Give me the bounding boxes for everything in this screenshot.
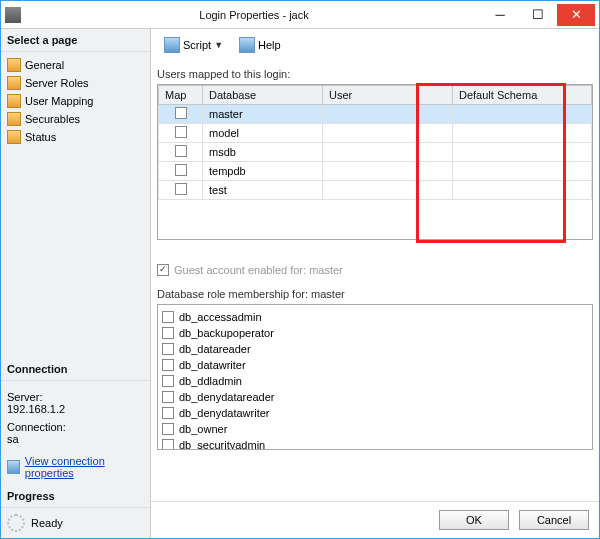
db-cell[interactable]: tempdb (203, 162, 323, 181)
role-name: db_backupoperator (179, 327, 274, 339)
connection-head: Connection (1, 358, 150, 381)
schema-cell[interactable] (453, 143, 592, 162)
connection-label: Connection: (7, 421, 144, 433)
col-map[interactable]: Map (159, 86, 203, 105)
table-row[interactable]: tempdb (159, 162, 592, 181)
role-checkbox[interactable] (162, 391, 174, 403)
mapping-grid: Map Database User Default Schema masterm… (157, 84, 593, 240)
col-schema[interactable]: Default Schema (453, 86, 592, 105)
role-item[interactable]: db_datareader (162, 341, 588, 357)
role-checkbox[interactable] (162, 311, 174, 323)
role-item[interactable]: db_datawriter (162, 357, 588, 373)
table-row[interactable]: model (159, 124, 592, 143)
properties-icon (7, 460, 20, 474)
map-checkbox[interactable] (175, 145, 187, 157)
db-cell[interactable]: test (203, 181, 323, 200)
server-value: 192.168.1.2 (7, 403, 144, 415)
guest-label: Guest account enabled for: master (174, 264, 343, 276)
server-label: Server: (7, 391, 144, 403)
roles-label: Database role membership for: master (157, 288, 593, 300)
role-item[interactable]: db_ddladmin (162, 373, 588, 389)
role-item[interactable]: db_denydatareader (162, 389, 588, 405)
page-list: General Server Roles User Mapping Secura… (1, 52, 150, 150)
sidebar-item-general[interactable]: General (3, 56, 148, 74)
role-name: db_datawriter (179, 359, 246, 371)
toolbar: Script ▼ Help (151, 29, 599, 62)
role-checkbox[interactable] (162, 375, 174, 387)
role-item[interactable]: db_owner (162, 421, 588, 437)
role-item[interactable]: db_backupoperator (162, 325, 588, 341)
chevron-down-icon: ▼ (214, 40, 223, 50)
titlebar: Login Properties - jack ─ ☐ ✕ (1, 1, 599, 29)
role-checkbox[interactable] (162, 439, 174, 450)
maximize-button[interactable]: ☐ (519, 4, 557, 26)
db-cell[interactable]: master (203, 105, 323, 124)
roles-list: db_accessadmindb_backupoperatordb_datare… (157, 304, 593, 450)
close-button[interactable]: ✕ (557, 4, 595, 26)
table-row[interactable]: msdb (159, 143, 592, 162)
page-icon (7, 94, 21, 108)
view-connection-link[interactable]: View connection properties (25, 455, 144, 479)
table-row[interactable]: master (159, 105, 592, 124)
user-cell[interactable] (323, 181, 453, 200)
page-icon (7, 130, 21, 144)
schema-cell[interactable] (453, 181, 592, 200)
role-name: db_datareader (179, 343, 251, 355)
role-checkbox[interactable] (162, 359, 174, 371)
role-name: db_owner (179, 423, 227, 435)
page-icon (7, 58, 21, 72)
page-label: General (25, 59, 64, 71)
page-icon (7, 76, 21, 90)
sidebar-item-securables[interactable]: Securables (3, 110, 148, 128)
map-checkbox[interactable] (175, 164, 187, 176)
map-checkbox[interactable] (175, 107, 187, 119)
sidebar-item-user-mapping[interactable]: User Mapping (3, 92, 148, 110)
help-icon (239, 37, 255, 53)
role-item[interactable]: db_denydatawriter (162, 405, 588, 421)
help-label: Help (258, 39, 281, 51)
page-label: Status (25, 131, 56, 143)
role-checkbox[interactable] (162, 343, 174, 355)
schema-cell[interactable] (453, 105, 592, 124)
cancel-button[interactable]: Cancel (519, 510, 589, 530)
spinner-icon (7, 514, 25, 532)
role-name: db_denydatareader (179, 391, 274, 403)
db-cell[interactable]: msdb (203, 143, 323, 162)
script-button[interactable]: Script ▼ (159, 35, 228, 55)
db-cell[interactable]: model (203, 124, 323, 143)
user-cell[interactable] (323, 124, 453, 143)
sidebar-item-status[interactable]: Status (3, 128, 148, 146)
col-database[interactable]: Database (203, 86, 323, 105)
schema-cell[interactable] (453, 162, 592, 181)
page-icon (7, 112, 21, 126)
role-checkbox[interactable] (162, 327, 174, 339)
page-label: User Mapping (25, 95, 93, 107)
user-cell[interactable] (323, 143, 453, 162)
role-checkbox[interactable] (162, 407, 174, 419)
minimize-button[interactable]: ─ (481, 4, 519, 26)
map-checkbox[interactable] (175, 126, 187, 138)
progress-state: Ready (31, 517, 63, 529)
select-page-head: Select a page (1, 29, 150, 52)
user-cell[interactable] (323, 162, 453, 181)
role-name: db_securityadmin (179, 439, 265, 450)
col-user[interactable]: User (323, 86, 453, 105)
table-row[interactable]: test (159, 181, 592, 200)
user-cell[interactable] (323, 105, 453, 124)
schema-cell[interactable] (453, 124, 592, 143)
connection-value: sa (7, 433, 144, 445)
role-item[interactable]: db_securityadmin (162, 437, 588, 450)
map-checkbox[interactable] (175, 183, 187, 195)
ok-button[interactable]: OK (439, 510, 509, 530)
guest-checkbox (157, 264, 169, 276)
help-button[interactable]: Help (234, 35, 286, 55)
mapping-label: Users mapped to this login: (157, 68, 593, 80)
footer: OK Cancel (151, 501, 599, 538)
page-label: Securables (25, 113, 80, 125)
role-item[interactable]: db_accessadmin (162, 309, 588, 325)
role-checkbox[interactable] (162, 423, 174, 435)
role-name: db_denydatawriter (179, 407, 270, 419)
sidebar-item-server-roles[interactable]: Server Roles (3, 74, 148, 92)
progress-head: Progress (1, 485, 150, 508)
app-icon (5, 7, 21, 23)
